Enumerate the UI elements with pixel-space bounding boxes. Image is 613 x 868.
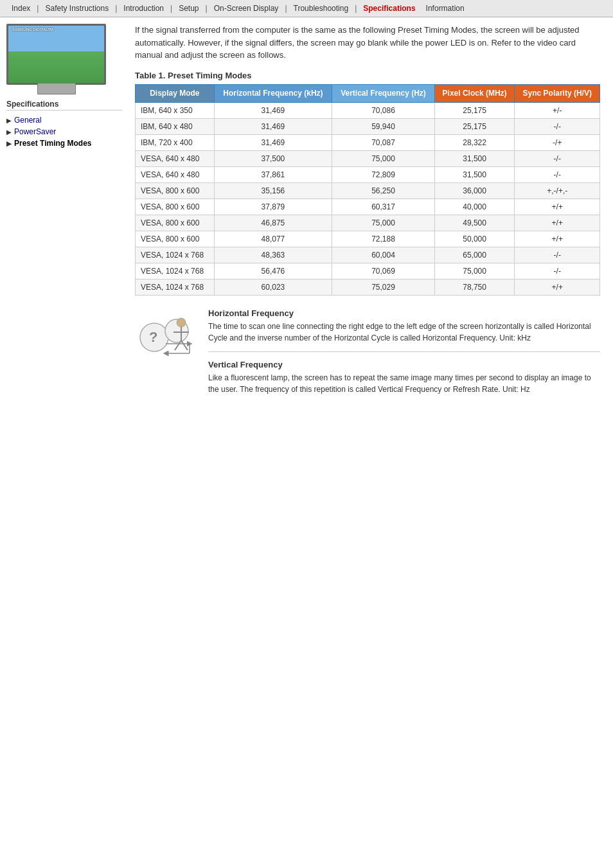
th-pixel-clock: Pixel Clock (MHz)	[434, 84, 515, 103]
vertical-freq-text: Like a fluorescent lamp, the screen has …	[208, 372, 600, 395]
table-cell-mode: IBM, 640 x 480	[136, 119, 215, 135]
table-cell-mode: VESA, 640 x 480	[136, 151, 215, 167]
nav-troubleshooting[interactable]: Troubleshooting	[289, 3, 354, 14]
nav-sep-1: |	[35, 4, 40, 13]
timing-modes-table: Display Mode Horizontal Frequency (kHz) …	[135, 84, 600, 296]
table-cell-sync: +/-	[515, 103, 600, 119]
nav-sep-6: |	[353, 4, 358, 13]
table-cell-v_freq: 75,000	[332, 215, 435, 231]
table-cell-pixel: 40,000	[434, 199, 515, 215]
table-cell-h_freq: 37,879	[214, 199, 332, 215]
nav-information[interactable]: Information	[421, 3, 470, 14]
frequency-diagram-svg: ?	[135, 308, 199, 366]
table-cell-sync: -/-	[515, 151, 600, 167]
table-row: IBM, 640 x 35031,46970,08625,175+/-	[136, 103, 600, 119]
nav-osd[interactable]: On-Screen Display	[209, 3, 284, 14]
table-cell-pixel: 28,322	[434, 135, 515, 151]
table-cell-sync: -/-	[515, 263, 600, 279]
table-row: VESA, 800 x 60035,15656,25036,000+,-/+,-	[136, 183, 600, 199]
table-title: Table 1. Preset Timing Modes	[135, 71, 600, 80]
table-cell-mode: VESA, 800 x 600	[136, 183, 215, 199]
th-vertical-freq: Vertical Frequency (Hz)	[332, 84, 435, 103]
horizontal-freq-text: The time to scan one line connecting the…	[208, 321, 600, 344]
nav-index[interactable]: Index	[6, 3, 35, 14]
nav-introduction[interactable]: Introduction	[118, 3, 169, 14]
table-cell-sync: -/+	[515, 135, 600, 151]
table-cell-h_freq: 46,875	[214, 215, 332, 231]
table-cell-h_freq: 60,023	[214, 279, 332, 296]
table-row: IBM, 720 x 40031,46970,08728,322-/+	[136, 135, 600, 151]
table-cell-v_freq: 75,000	[332, 151, 435, 167]
navigation-bar: Index | Safety Instructions | Introducti…	[0, 0, 613, 17]
vertical-freq-title: Vertical Frequency	[208, 360, 600, 369]
nav-setup[interactable]: Setup	[173, 3, 204, 14]
table-cell-v_freq: 70,086	[332, 103, 435, 119]
note-icon-area: ?	[135, 308, 199, 411]
table-cell-mode: VESA, 1024 x 768	[136, 263, 215, 279]
table-cell-v_freq: 75,029	[332, 279, 435, 296]
table-row: VESA, 800 x 60046,87575,00049,500+/+	[136, 215, 600, 231]
table-cell-v_freq: 70,087	[332, 135, 435, 151]
nav-safety[interactable]: Safety Instructions	[40, 3, 114, 14]
arrow-icon-powersaver: ▶	[6, 128, 12, 136]
table-cell-sync: -/-	[515, 247, 600, 263]
arrow-icon-preset: ▶	[6, 140, 12, 147]
nav-specifications[interactable]: Specifications	[358, 3, 420, 14]
table-cell-mode: VESA, 640 x 480	[136, 167, 215, 183]
sidebar-label-preset: Preset Timing Modes	[14, 139, 91, 148]
table-cell-v_freq: 72,809	[332, 167, 435, 183]
monitor-brand-text: SAMSUNG DIGITALTM	[12, 28, 53, 31]
table-cell-mode: VESA, 800 x 600	[136, 231, 215, 247]
intro-text: If the signal transferred from the compu…	[135, 24, 600, 62]
table-cell-pixel: 31,500	[434, 151, 515, 167]
content-area: If the signal transferred from the compu…	[122, 24, 607, 417]
table-cell-v_freq: 56,250	[332, 183, 435, 199]
vertical-freq-note: Vertical Frequency Like a fluorescent la…	[208, 360, 600, 403]
table-cell-sync: +/+	[515, 231, 600, 247]
table-cell-pixel: 65,000	[434, 247, 515, 263]
nav-sep-4: |	[204, 4, 209, 13]
table-cell-pixel: 25,175	[434, 103, 515, 119]
svg-point-6	[177, 318, 186, 327]
table-cell-h_freq: 56,476	[214, 263, 332, 279]
table-cell-h_freq: 48,363	[214, 247, 332, 263]
table-cell-v_freq: 72,188	[332, 231, 435, 247]
table-cell-mode: IBM, 640 x 350	[136, 103, 215, 119]
table-cell-sync: -/-	[515, 119, 600, 135]
arrow-icon-general: ▶	[6, 117, 12, 124]
table-cell-pixel: 31,500	[434, 167, 515, 183]
table-cell-pixel: 49,500	[434, 215, 515, 231]
sidebar-link-general[interactable]: ▶ General	[6, 114, 122, 126]
table-cell-sync: +/+	[515, 199, 600, 215]
svg-line-10	[181, 341, 188, 350]
monitor-display	[8, 26, 104, 83]
table-cell-pixel: 75,000	[434, 263, 515, 279]
table-cell-sync: +/+	[515, 279, 600, 296]
horizontal-freq-note: Horizontal Frequency The time to scan on…	[208, 308, 600, 352]
main-layout: SAMSUNG DIGITALTM Specifications ▶ Gener…	[0, 17, 613, 423]
notes-content: Horizontal Frequency The time to scan on…	[208, 308, 600, 411]
table-row: VESA, 640 x 48037,50075,00031,500-/-	[136, 151, 600, 167]
table-cell-v_freq: 70,069	[332, 263, 435, 279]
monitor-screen: SAMSUNG DIGITALTM	[6, 24, 106, 85]
table-cell-v_freq: 60,317	[332, 199, 435, 215]
table-cell-h_freq: 48,077	[214, 231, 332, 247]
sidebar-label-general: General	[14, 116, 42, 125]
table-cell-mode: VESA, 800 x 600	[136, 199, 215, 215]
table-cell-sync: -/-	[515, 167, 600, 183]
nav-sep-2: |	[114, 4, 118, 13]
th-display-mode: Display Mode	[136, 84, 215, 103]
sidebar-link-powersaver[interactable]: ▶ PowerSaver	[6, 126, 122, 137]
sidebar: SAMSUNG DIGITALTM Specifications ▶ Gener…	[6, 24, 122, 417]
table-cell-v_freq: 60,004	[332, 247, 435, 263]
sidebar-link-preset-timing[interactable]: ▶ Preset Timing Modes	[6, 137, 122, 149]
table-cell-h_freq: 31,469	[214, 119, 332, 135]
table-cell-h_freq: 37,500	[214, 151, 332, 167]
table-cell-mode: IBM, 720 x 400	[136, 135, 215, 151]
table-row: VESA, 640 x 48037,86172,80931,500-/-	[136, 167, 600, 183]
table-cell-h_freq: 31,469	[214, 103, 332, 119]
table-cell-v_freq: 59,940	[332, 119, 435, 135]
table-cell-pixel: 36,000	[434, 183, 515, 199]
table-row: IBM, 640 x 48031,46959,94025,175-/-	[136, 119, 600, 135]
nav-sep-3: |	[169, 4, 173, 13]
